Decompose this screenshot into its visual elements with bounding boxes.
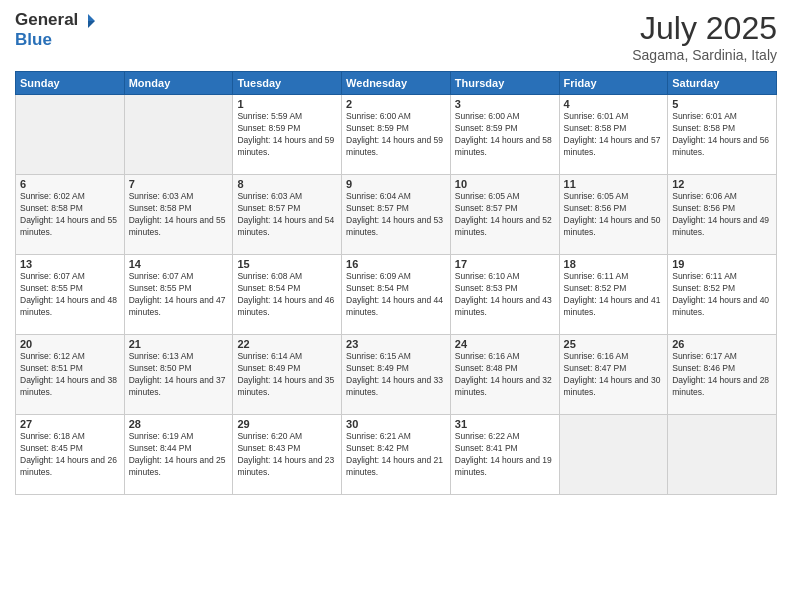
day-info: Sunrise: 6:00 AMSunset: 8:59 PMDaylight:…	[346, 111, 446, 159]
calendar-cell: 7Sunrise: 6:03 AMSunset: 8:58 PMDaylight…	[124, 175, 233, 255]
day-info: Sunrise: 6:01 AMSunset: 8:58 PMDaylight:…	[672, 111, 772, 159]
calendar-cell: 27Sunrise: 6:18 AMSunset: 8:45 PMDayligh…	[16, 415, 125, 495]
day-info: Sunrise: 5:59 AMSunset: 8:59 PMDaylight:…	[237, 111, 337, 159]
calendar-cell: 24Sunrise: 6:16 AMSunset: 8:48 PMDayligh…	[450, 335, 559, 415]
calendar-cell: 15Sunrise: 6:08 AMSunset: 8:54 PMDayligh…	[233, 255, 342, 335]
day-number: 7	[129, 178, 229, 190]
day-info: Sunrise: 6:06 AMSunset: 8:56 PMDaylight:…	[672, 191, 772, 239]
day-number: 24	[455, 338, 555, 350]
calendar-cell: 30Sunrise: 6:21 AMSunset: 8:42 PMDayligh…	[342, 415, 451, 495]
calendar-week-5: 27Sunrise: 6:18 AMSunset: 8:45 PMDayligh…	[16, 415, 777, 495]
day-number: 23	[346, 338, 446, 350]
svg-marker-1	[88, 21, 95, 28]
calendar-cell: 8Sunrise: 6:03 AMSunset: 8:57 PMDaylight…	[233, 175, 342, 255]
calendar-cell: 21Sunrise: 6:13 AMSunset: 8:50 PMDayligh…	[124, 335, 233, 415]
day-info: Sunrise: 6:10 AMSunset: 8:53 PMDaylight:…	[455, 271, 555, 319]
day-info: Sunrise: 6:01 AMSunset: 8:58 PMDaylight:…	[564, 111, 664, 159]
day-info: Sunrise: 6:11 AMSunset: 8:52 PMDaylight:…	[564, 271, 664, 319]
day-info: Sunrise: 6:00 AMSunset: 8:59 PMDaylight:…	[455, 111, 555, 159]
calendar-cell: 6Sunrise: 6:02 AMSunset: 8:58 PMDaylight…	[16, 175, 125, 255]
header-saturday: Saturday	[668, 72, 777, 95]
calendar-cell: 31Sunrise: 6:22 AMSunset: 8:41 PMDayligh…	[450, 415, 559, 495]
calendar-cell: 19Sunrise: 6:11 AMSunset: 8:52 PMDayligh…	[668, 255, 777, 335]
calendar-week-3: 13Sunrise: 6:07 AMSunset: 8:55 PMDayligh…	[16, 255, 777, 335]
day-info: Sunrise: 6:18 AMSunset: 8:45 PMDaylight:…	[20, 431, 120, 479]
day-info: Sunrise: 6:21 AMSunset: 8:42 PMDaylight:…	[346, 431, 446, 479]
day-number: 4	[564, 98, 664, 110]
calendar-cell: 14Sunrise: 6:07 AMSunset: 8:55 PMDayligh…	[124, 255, 233, 335]
day-number: 18	[564, 258, 664, 270]
day-number: 10	[455, 178, 555, 190]
calendar-cell: 11Sunrise: 6:05 AMSunset: 8:56 PMDayligh…	[559, 175, 668, 255]
calendar-cell: 29Sunrise: 6:20 AMSunset: 8:43 PMDayligh…	[233, 415, 342, 495]
day-info: Sunrise: 6:03 AMSunset: 8:57 PMDaylight:…	[237, 191, 337, 239]
calendar-cell: 5Sunrise: 6:01 AMSunset: 8:58 PMDaylight…	[668, 95, 777, 175]
calendar-cell: 18Sunrise: 6:11 AMSunset: 8:52 PMDayligh…	[559, 255, 668, 335]
location-subtitle: Sagama, Sardinia, Italy	[632, 47, 777, 63]
calendar-cell: 2Sunrise: 6:00 AMSunset: 8:59 PMDaylight…	[342, 95, 451, 175]
day-number: 1	[237, 98, 337, 110]
day-info: Sunrise: 6:13 AMSunset: 8:50 PMDaylight:…	[129, 351, 229, 399]
header-friday: Friday	[559, 72, 668, 95]
page: General Blue July 2025 Sagama, Sardinia,…	[0, 0, 792, 612]
calendar-cell: 28Sunrise: 6:19 AMSunset: 8:44 PMDayligh…	[124, 415, 233, 495]
day-info: Sunrise: 6:22 AMSunset: 8:41 PMDaylight:…	[455, 431, 555, 479]
day-number: 2	[346, 98, 446, 110]
calendar-cell	[124, 95, 233, 175]
day-info: Sunrise: 6:02 AMSunset: 8:58 PMDaylight:…	[20, 191, 120, 239]
header: General Blue July 2025 Sagama, Sardinia,…	[15, 10, 777, 63]
header-sunday: Sunday	[16, 72, 125, 95]
day-info: Sunrise: 6:16 AMSunset: 8:47 PMDaylight:…	[564, 351, 664, 399]
day-number: 11	[564, 178, 664, 190]
logo-blue: Blue	[15, 30, 52, 49]
day-info: Sunrise: 6:07 AMSunset: 8:55 PMDaylight:…	[20, 271, 120, 319]
calendar-cell: 10Sunrise: 6:05 AMSunset: 8:57 PMDayligh…	[450, 175, 559, 255]
day-info: Sunrise: 6:14 AMSunset: 8:49 PMDaylight:…	[237, 351, 337, 399]
logo: General Blue	[15, 10, 98, 50]
day-number: 12	[672, 178, 772, 190]
month-title: July 2025	[632, 10, 777, 47]
day-info: Sunrise: 6:11 AMSunset: 8:52 PMDaylight:…	[672, 271, 772, 319]
calendar-cell: 16Sunrise: 6:09 AMSunset: 8:54 PMDayligh…	[342, 255, 451, 335]
day-number: 19	[672, 258, 772, 270]
day-number: 29	[237, 418, 337, 430]
day-info: Sunrise: 6:04 AMSunset: 8:57 PMDaylight:…	[346, 191, 446, 239]
calendar-cell: 26Sunrise: 6:17 AMSunset: 8:46 PMDayligh…	[668, 335, 777, 415]
day-number: 8	[237, 178, 337, 190]
day-info: Sunrise: 6:07 AMSunset: 8:55 PMDaylight:…	[129, 271, 229, 319]
logo-text: General Blue	[15, 10, 98, 50]
day-number: 30	[346, 418, 446, 430]
day-number: 25	[564, 338, 664, 350]
day-info: Sunrise: 6:16 AMSunset: 8:48 PMDaylight:…	[455, 351, 555, 399]
day-info: Sunrise: 6:03 AMSunset: 8:58 PMDaylight:…	[129, 191, 229, 239]
day-number: 6	[20, 178, 120, 190]
day-number: 20	[20, 338, 120, 350]
calendar-cell: 23Sunrise: 6:15 AMSunset: 8:49 PMDayligh…	[342, 335, 451, 415]
logo-icon	[79, 12, 97, 30]
day-info: Sunrise: 6:12 AMSunset: 8:51 PMDaylight:…	[20, 351, 120, 399]
day-number: 21	[129, 338, 229, 350]
day-number: 13	[20, 258, 120, 270]
calendar-cell: 13Sunrise: 6:07 AMSunset: 8:55 PMDayligh…	[16, 255, 125, 335]
logo-general: General	[15, 10, 78, 29]
day-number: 5	[672, 98, 772, 110]
header-thursday: Thursday	[450, 72, 559, 95]
header-monday: Monday	[124, 72, 233, 95]
calendar-cell: 3Sunrise: 6:00 AMSunset: 8:59 PMDaylight…	[450, 95, 559, 175]
calendar-cell: 9Sunrise: 6:04 AMSunset: 8:57 PMDaylight…	[342, 175, 451, 255]
day-number: 9	[346, 178, 446, 190]
day-info: Sunrise: 6:08 AMSunset: 8:54 PMDaylight:…	[237, 271, 337, 319]
day-number: 16	[346, 258, 446, 270]
header-wednesday: Wednesday	[342, 72, 451, 95]
day-info: Sunrise: 6:05 AMSunset: 8:57 PMDaylight:…	[455, 191, 555, 239]
day-number: 26	[672, 338, 772, 350]
calendar-cell: 12Sunrise: 6:06 AMSunset: 8:56 PMDayligh…	[668, 175, 777, 255]
calendar-table: Sunday Monday Tuesday Wednesday Thursday…	[15, 71, 777, 495]
calendar-cell: 20Sunrise: 6:12 AMSunset: 8:51 PMDayligh…	[16, 335, 125, 415]
day-info: Sunrise: 6:15 AMSunset: 8:49 PMDaylight:…	[346, 351, 446, 399]
svg-marker-0	[88, 14, 95, 21]
day-number: 31	[455, 418, 555, 430]
day-number: 28	[129, 418, 229, 430]
calendar-cell: 1Sunrise: 5:59 AMSunset: 8:59 PMDaylight…	[233, 95, 342, 175]
day-number: 15	[237, 258, 337, 270]
